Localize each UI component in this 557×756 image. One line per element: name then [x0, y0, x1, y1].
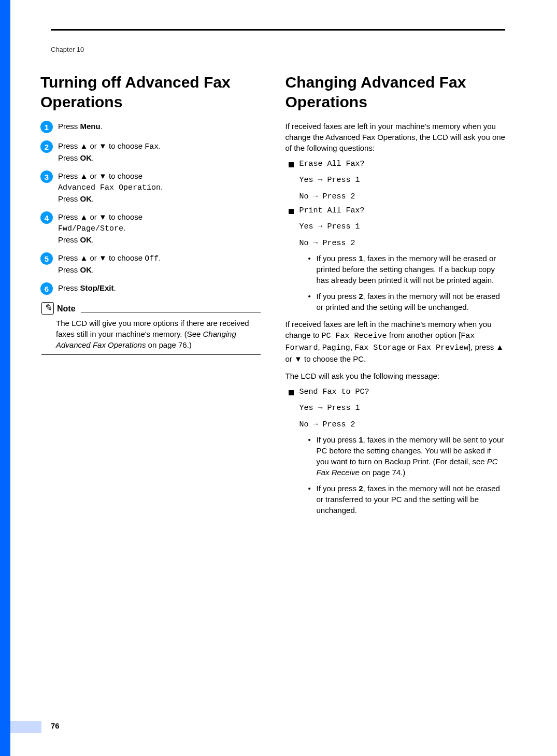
step-5-post1: . [159, 253, 161, 262]
mid-m5: Fax Preview [417, 344, 468, 352]
step-4: 4 Press ▲ or ▼ to choose Fwd/Page/Store.… [40, 211, 261, 245]
step-4-l2post: . [92, 235, 94, 244]
step-5-pre: Press ▲ or ▼ to choose [58, 253, 145, 262]
step-6-stopexit: Stop/Exit [80, 283, 114, 292]
step-5-l2pre: Press [58, 265, 80, 274]
sub-press-2b: If you press 2, faxes in the memory will… [308, 483, 506, 516]
prompt-sendpc-no: No → Press 2 [299, 418, 506, 432]
sub-list-2: If you press 1, faxes in the memory will… [285, 434, 506, 516]
step-4-l2pre: Press [58, 235, 80, 244]
step-1-post: . [101, 122, 103, 131]
lcd-prompts-2: Print All Fax? [285, 206, 506, 215]
chapter-label: Chapter 10 [51, 46, 84, 53]
sub3-bold: 1 [359, 435, 363, 444]
step-badge-5: 5 [40, 252, 53, 265]
sub3-pre: If you press [317, 435, 359, 444]
step-2-fax: Fax [145, 142, 159, 151]
step-6-pre: Press [58, 283, 80, 292]
content-columns: Turning off Advanced Fax Operations 1 Pr… [40, 73, 505, 522]
step-2-ok: OK [80, 153, 92, 162]
prompt-erase: Erase All Fax? [285, 160, 506, 168]
mid-para: If received faxes are left in the machin… [285, 319, 506, 364]
step-body-6: Press Stop/Exit. [58, 282, 261, 293]
prompt-print: Print All Fax? [285, 206, 506, 215]
note-icon: ✎ [41, 302, 54, 315]
square-bullet-icon [289, 209, 294, 214]
mid-m1: PC Fax Receive [322, 332, 387, 340]
prompt-print-no: No → Press 2 [299, 237, 506, 250]
step-badge-3: 3 [40, 170, 53, 183]
right-column: Changing Advanced Fax Operations If rece… [285, 73, 506, 522]
mid-3: or [406, 343, 417, 351]
blue-edge-bar [0, 0, 10, 756]
step-body-5: Press ▲ or ▼ to choose Off. Press OK. [58, 252, 261, 275]
note-rule [81, 312, 261, 312]
step-2-l2pre: Press [58, 153, 80, 162]
mid-c1: , [318, 343, 322, 351]
step-3-post1: . [161, 182, 163, 191]
step-2-l2post: . [92, 153, 94, 162]
sub1-pre: If you press [317, 254, 359, 263]
heading-changing: Changing Advanced Fax Operations [285, 73, 506, 111]
sub2-bold: 2 [359, 292, 363, 301]
left-column: Turning off Advanced Fax Operations 1 Pr… [40, 73, 261, 522]
step-3: 3 Press ▲ or ▼ to choose Advanced Fax Op… [40, 170, 261, 204]
sub4-pre: If you press [317, 484, 359, 493]
step-3-l2pre: Press [58, 194, 80, 203]
sub2-pre: If you press [317, 292, 359, 301]
sub4-bold: 2 [359, 484, 363, 493]
lcd-prompts-3: Send Fax to PC? [285, 388, 506, 396]
footer-bar [10, 721, 41, 733]
step-body-1: Press Menu. [58, 121, 261, 132]
step-1-pre: Press [58, 122, 80, 131]
mid-m4: Fax Storage [354, 344, 406, 352]
step-3-mono: Advanced Fax Operation [58, 183, 161, 192]
sub-list-1: If you press 1, faxes in the memory will… [285, 253, 506, 312]
step-badge-4: 4 [40, 211, 53, 224]
prompt-erase-no: No → Press 2 [299, 190, 506, 204]
square-bullet-icon [289, 162, 294, 167]
note-title: Note [57, 303, 76, 315]
step-badge-1: 1 [40, 121, 53, 133]
mid-outro: The LCD will ask you the following messa… [285, 370, 506, 381]
prompt-sendpc-yes: Yes → Press 1 [299, 402, 506, 415]
square-bullet-icon [289, 390, 294, 395]
step-6-post: . [114, 283, 116, 292]
note-block: ✎ Note The LCD will give you more option… [41, 302, 261, 355]
sub-press-2: If you press 2, faxes in the memory will… [308, 291, 506, 312]
step-3-l2post: . [92, 194, 94, 203]
sub-press-1b: If you press 1, faxes in the memory will… [308, 434, 506, 478]
step-4-ok: OK [80, 235, 92, 244]
sub-press-1: If you press 1, faxes in the memory will… [308, 253, 506, 286]
prompt-sendpc-q: Send Fax to PC? [299, 388, 369, 396]
step-badge-2: 2 [40, 140, 53, 153]
mid-2: from another option [ [387, 331, 461, 339]
steps-list: 1 Press Menu. 2 Press ▲ or ▼ to choose F… [40, 121, 261, 295]
page-number: 76 [51, 721, 60, 730]
note-header: ✎ Note [41, 302, 261, 315]
step-body-2: Press ▲ or ▼ to choose Fax. Press OK. [58, 140, 261, 163]
heading-turn-off: Turning off Advanced Fax Operations [40, 73, 261, 111]
note-text-2: on page 76.) [146, 340, 191, 349]
step-1: 1 Press Menu. [40, 121, 261, 133]
step-4-pre: Press ▲ or ▼ to choose [58, 212, 142, 221]
step-3-ok: OK [80, 194, 92, 203]
step-2-pre: Press ▲ or ▼ to choose [58, 141, 145, 150]
page: Chapter 10 Turning off Advanced Fax Oper… [0, 0, 557, 756]
prompt-print-q: Print All Fax? [299, 206, 365, 215]
step-body-3: Press ▲ or ▼ to choose Advanced Fax Oper… [58, 170, 261, 204]
step-5-off: Off [145, 254, 159, 263]
intro-para: If received faxes are left in your machi… [285, 121, 506, 153]
step-4-post1: . [123, 223, 125, 232]
sub3-postb: on page 74.) [360, 468, 405, 477]
step-1-menu: Menu [80, 122, 101, 131]
step-body-4: Press ▲ or ▼ to choose Fwd/Page/Store. P… [58, 211, 261, 245]
step-2-post1: . [159, 141, 161, 150]
step-badge-6: 6 [40, 282, 53, 295]
mid-m3: Paging [322, 344, 350, 352]
step-5-l2post: . [92, 265, 94, 274]
prompt-erase-yes: Yes → Press 1 [299, 174, 506, 187]
step-5-ok: OK [80, 265, 92, 274]
step-6: 6 Press Stop/Exit. [40, 282, 261, 295]
note-text: The LCD will give you more options if th… [41, 318, 261, 350]
